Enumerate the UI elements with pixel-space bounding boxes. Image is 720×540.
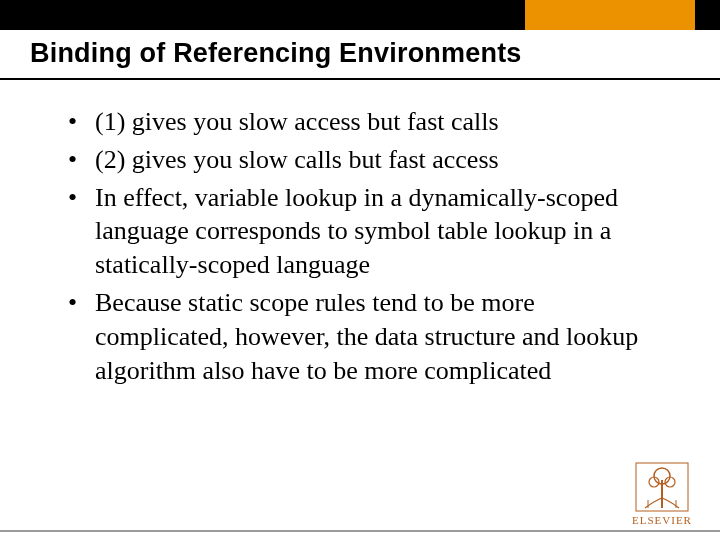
publisher-name: ELSEVIER — [622, 514, 702, 526]
bullet-list: (1) gives you slow access but fast calls… — [60, 105, 670, 387]
bullet-text: (2) gives you slow calls but fast access — [95, 145, 499, 174]
bullet-text: In effect, variable lookup in a dynamica… — [95, 183, 618, 280]
slide-content: (1) gives you slow access but fast calls… — [60, 105, 670, 391]
bullet-item: In effect, variable lookup in a dynamica… — [60, 181, 670, 282]
bullet-item: (2) gives you slow calls but fast access — [60, 143, 670, 177]
slide-title: Binding of Referencing Environments — [30, 38, 522, 69]
bullet-text: (1) gives you slow access but fast calls — [95, 107, 499, 136]
elsevier-tree-icon — [635, 462, 689, 512]
footer-rule — [0, 530, 720, 532]
bullet-item: Because static scope rules tend to be mo… — [60, 286, 670, 387]
slide: Binding of Referencing Environments (1) … — [0, 0, 720, 540]
bullet-item: (1) gives you slow access but fast calls — [60, 105, 670, 139]
header-bar-orange — [525, 0, 695, 30]
publisher-logo: ELSEVIER — [622, 462, 702, 526]
bullet-text: Because static scope rules tend to be mo… — [95, 288, 638, 385]
